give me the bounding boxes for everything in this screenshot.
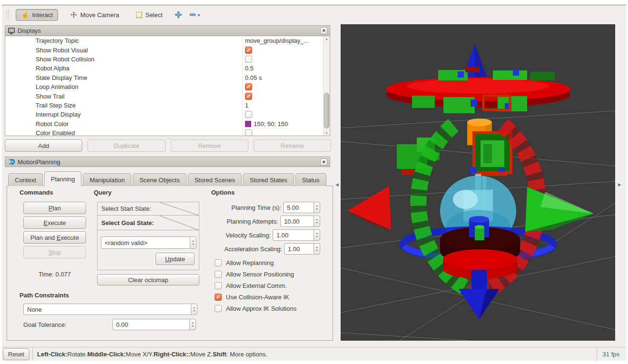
zoom-in-tool-button[interactable]: [175, 11, 182, 19]
option-checkbox[interactable]: [215, 294, 222, 301]
allow-sensor-positioning-checkbox-row[interactable]: Allow Sensor Positioning: [215, 268, 296, 280]
property-value[interactable]: 0.5: [242, 64, 323, 73]
plan-button[interactable]: Plan: [23, 202, 86, 214]
display-property-row[interactable]: Show Trail: [5, 91, 323, 100]
3d-scene[interactable]: [341, 24, 615, 341]
tab-scene-objects[interactable]: Scene Objects: [133, 173, 186, 186]
property-value[interactable]: [242, 128, 323, 136]
interact-tool-button[interactable]: ☝ Interact: [16, 9, 58, 21]
option-checkbox[interactable]: [215, 259, 222, 266]
rename-display-button[interactable]: Rename: [254, 139, 331, 152]
option-checkbox[interactable]: [215, 282, 222, 289]
property-checkbox[interactable]: [245, 56, 252, 63]
scrollbar-thumb[interactable]: [324, 93, 329, 128]
combo-stepper-icon[interactable]: [190, 236, 196, 249]
chevron-down-icon[interactable]: ▾: [198, 12, 200, 18]
displays-panel-header[interactable]: Displays: [5, 26, 330, 36]
planning-time-s-spinner[interactable]: Planning Time (s):5.00: [201, 202, 320, 213]
select-start-state-section[interactable]: Select Start State:: [98, 202, 199, 216]
plan-and-execute-button[interactable]: Plan and Execute: [23, 231, 86, 244]
spinner-stepper-icon[interactable]: [189, 319, 196, 330]
add-display-button[interactable]: Add: [5, 139, 82, 152]
render-viewport[interactable]: [341, 24, 615, 341]
combo-stepper-icon[interactable]: [191, 304, 197, 315]
tab-manipulation[interactable]: Manipulation: [83, 173, 131, 186]
remove-display-button[interactable]: Remove: [171, 139, 248, 152]
spinner-value[interactable]: 5.00: [283, 202, 314, 213]
panel-collapse-left-arrow[interactable]: ◀: [335, 182, 339, 187]
goal-state-select[interactable]: <random valid>: [101, 236, 196, 249]
execute-button[interactable]: Execute: [23, 216, 86, 229]
property-value[interactable]: 0.05 s: [242, 73, 323, 82]
spinner-stepper-icon[interactable]: [314, 229, 320, 241]
property-checkbox[interactable]: [245, 47, 252, 54]
tab-context[interactable]: Context: [8, 173, 43, 186]
property-checkbox[interactable]: [245, 111, 252, 118]
spinner-value[interactable]: 1.00: [273, 229, 314, 241]
display-property-row[interactable]: State Display Time0.05 s: [5, 73, 323, 82]
displays-close-button[interactable]: [320, 27, 327, 34]
color-swatch[interactable]: [245, 121, 251, 127]
toolbar-drag-handle[interactable]: [7, 10, 9, 20]
motion-planning-close-button[interactable]: [320, 158, 327, 166]
display-property-row[interactable]: Trail Step Size1: [5, 101, 323, 110]
scroll-up-icon[interactable]: ▲: [324, 36, 330, 41]
property-checkbox[interactable]: [245, 93, 252, 100]
option-checkbox[interactable]: [215, 305, 222, 312]
display-property-row[interactable]: Robot Color150; 50; 150: [5, 119, 323, 128]
allow-external-comm--checkbox-row[interactable]: Allow External Comm.: [215, 280, 296, 291]
clear-octomap-button[interactable]: Clear octomap: [97, 274, 199, 285]
tab-planning[interactable]: Planning: [44, 171, 82, 186]
spinner-stepper-icon[interactable]: [314, 243, 320, 255]
reset-button[interactable]: Reset: [3, 348, 29, 360]
options-spinners: Planning Time (s):5.00Planning Attempts:…: [201, 202, 320, 257]
duplicate-display-button[interactable]: Duplicate: [88, 139, 165, 152]
goal-tolerance-input[interactable]: 0.00: [112, 319, 196, 330]
spinner-stepper-icon[interactable]: [314, 202, 320, 213]
move-camera-tool-button[interactable]: Move Camera: [65, 9, 125, 21]
zoom-out-tool-button[interactable]: ▾: [189, 11, 200, 19]
property-value[interactable]: 1: [242, 101, 323, 110]
tab-stored-states[interactable]: Stored States: [243, 173, 294, 186]
allow-approx-ik-solutions-checkbox-row[interactable]: Allow Approx IK Solutions: [215, 303, 296, 314]
scroll-down-icon[interactable]: ▼: [324, 130, 330, 136]
select-tool-button[interactable]: Select: [131, 9, 167, 21]
property-value[interactable]: [242, 110, 323, 119]
property-value[interactable]: move_group/display_...: [242, 36, 323, 45]
tab-status[interactable]: Status: [295, 173, 326, 186]
planning-attempts-spinner[interactable]: Planning Attempts:10.00: [201, 216, 320, 227]
display-property-row[interactable]: Trajectory Topicmove_group/display_...: [5, 36, 323, 45]
display-property-row[interactable]: Show Robot Collision: [5, 55, 323, 64]
display-property-row[interactable]: Show Robot Visual: [5, 45, 323, 54]
stop-button[interactable]: Stop: [23, 246, 86, 258]
help-text-segment: Move X/Y.: [126, 351, 153, 358]
display-property-row[interactable]: Interrupt Display: [5, 110, 323, 119]
path-constraints-select[interactable]: None: [23, 304, 197, 315]
displays-scrollbar[interactable]: ▲ ▼: [323, 36, 330, 136]
spinner-stepper-icon[interactable]: [314, 216, 320, 227]
tab-stored-scenes[interactable]: Stored Scenes: [188, 173, 242, 186]
property-value[interactable]: [242, 82, 323, 91]
property-value[interactable]: [242, 91, 323, 100]
select-goal-state-section[interactable]: Select Goal State:: [98, 216, 199, 230]
mnemonic-underline: P: [49, 205, 53, 212]
velocity-scaling-spinner[interactable]: Velocity Scaling:1.00: [201, 229, 320, 241]
displays-property-tree[interactable]: Trajectory Topicmove_group/display_...Sh…: [5, 36, 323, 136]
property-checkbox[interactable]: [245, 129, 252, 136]
property-value[interactable]: 150; 50; 150: [242, 119, 323, 128]
panel-collapse-right-arrow[interactable]: ▶: [618, 182, 621, 187]
allow-replanning-checkbox-row[interactable]: Allow Replanning: [215, 257, 296, 268]
option-checkbox[interactable]: [215, 271, 222, 278]
spinner-value[interactable]: 1.00: [284, 243, 314, 255]
use-collision-aware-ik-checkbox-row[interactable]: Use Collision-Aware IK: [215, 291, 296, 303]
spinner-value[interactable]: 10.00: [280, 216, 314, 227]
property-checkbox[interactable]: [245, 83, 252, 90]
property-value[interactable]: [242, 45, 323, 54]
display-property-row[interactable]: Loop Animation: [5, 82, 323, 91]
property-value[interactable]: [242, 55, 323, 64]
display-property-row[interactable]: Robot Alpha0.5: [5, 64, 323, 73]
display-property-row[interactable]: Color Enabled: [5, 128, 323, 136]
update-button[interactable]: Update: [156, 253, 195, 265]
motion-planning-header[interactable]: MotionPlanning: [5, 157, 330, 167]
acceleration-scaling-spinner[interactable]: Acceleration Scaling:1.00: [201, 243, 320, 255]
